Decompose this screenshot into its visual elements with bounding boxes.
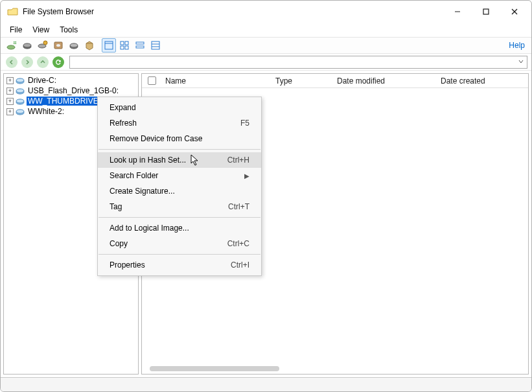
- body: + Drive-C: + USB_Flash_Drive_1GB-0: + WW…: [1, 71, 531, 375]
- svg-rect-19: [121, 41, 124, 45]
- svg-point-13: [56, 44, 60, 47]
- tree-expand-icon[interactable]: +: [6, 87, 14, 95]
- svg-rect-20: [125, 41, 128, 45]
- svg-point-4: [7, 45, 15, 49]
- tree-item-drive-c[interactable]: + Drive-C:: [4, 75, 138, 86]
- nav-back-button[interactable]: [5, 55, 19, 69]
- menu-tools[interactable]: Tools: [54, 24, 83, 36]
- svg-point-11: [43, 41, 47, 45]
- list-header: Name Type Date modified Date created: [142, 74, 528, 88]
- app-icon: [7, 6, 19, 17]
- column-header-name[interactable]: Name: [161, 76, 272, 86]
- toolbar-disk-gear-button[interactable]: [36, 38, 50, 52]
- tree-expand-icon[interactable]: +: [6, 98, 14, 105]
- ctx-separator: [98, 149, 260, 150]
- ctx-add-logical-image[interactable]: Add to Logical Image...: [98, 220, 261, 236]
- address-bar[interactable]: [69, 56, 527, 69]
- svg-rect-17: [105, 41, 113, 49]
- minimize-button[interactable]: [443, 2, 472, 21]
- toolbar-disk2-button[interactable]: [67, 38, 81, 52]
- menu-view[interactable]: View: [27, 24, 54, 36]
- toolbar-box-button[interactable]: [82, 38, 97, 52]
- tree-item-usb-flash[interactable]: + USB_Flash_Drive_1GB-0:: [4, 86, 138, 96]
- toolbar-view-large-button[interactable]: [102, 38, 116, 52]
- ctx-search-folder[interactable]: Search Folder▶: [98, 168, 261, 183]
- tree-item-label: USB_Flash_Drive_1GB-0:: [27, 86, 120, 95]
- column-header-date-modified[interactable]: Date modified: [333, 76, 437, 86]
- svg-rect-21: [121, 46, 124, 49]
- svg-rect-25: [152, 41, 159, 49]
- submenu-arrow-icon: ▶: [244, 172, 249, 179]
- nav-up-button[interactable]: [36, 55, 50, 69]
- svg-rect-23: [136, 42, 144, 44]
- ctx-separator: [98, 217, 260, 218]
- toolbar-add-device-button[interactable]: [5, 38, 19, 52]
- context-menu: Expand RefreshF5 Remove Device from Case…: [97, 97, 262, 276]
- toolbar-image-button[interactable]: [51, 38, 65, 52]
- maximize-button[interactable]: [472, 2, 500, 21]
- window-title: File System Browser: [23, 7, 94, 16]
- column-header-type[interactable]: Type: [272, 76, 333, 86]
- nav-forward-button[interactable]: [20, 55, 34, 69]
- svg-point-29: [16, 78, 24, 82]
- menubar: File View Tools: [1, 23, 531, 37]
- help-link[interactable]: Help: [506, 41, 527, 50]
- titlebar: File System Browser: [1, 1, 531, 23]
- ctx-expand[interactable]: Expand: [98, 100, 261, 115]
- ctx-refresh[interactable]: RefreshF5: [98, 115, 261, 131]
- tree-item-label: WW_THUMBDRIVE:: [27, 97, 102, 106]
- nav-row: [1, 54, 531, 71]
- svg-rect-22: [125, 46, 128, 49]
- svg-rect-24: [136, 46, 144, 48]
- select-all-checkbox[interactable]: [148, 76, 156, 85]
- toolbar-view-grid-button[interactable]: [117, 38, 132, 52]
- address-drop-icon[interactable]: [518, 58, 524, 67]
- drive-icon: [15, 106, 25, 117]
- svg-point-9: [23, 43, 31, 47]
- svg-point-15: [70, 43, 78, 47]
- app-window: File System Browser File View Tools Help: [0, 0, 532, 392]
- svg-point-33: [16, 99, 24, 103]
- tree-item-label: Drive-C:: [27, 76, 58, 85]
- close-button[interactable]: [500, 2, 529, 21]
- drive-icon: [15, 75, 25, 86]
- toolbar-view-list-button[interactable]: [133, 38, 147, 52]
- ctx-tag[interactable]: TagCtrl+T: [98, 199, 261, 214]
- ctx-separator: [98, 254, 260, 255]
- toolbar-disk-button[interactable]: [20, 38, 34, 52]
- toolbar-view-details-button[interactable]: [148, 38, 163, 52]
- menu-file[interactable]: File: [5, 24, 27, 36]
- tree-expand-icon[interactable]: +: [6, 108, 14, 115]
- ctx-lookup-hash[interactable]: Look up in Hash Set...Ctrl+H: [98, 152, 261, 168]
- drive-icon: [15, 86, 25, 96]
- tree-item-label: WWhite-2:: [27, 107, 65, 116]
- ctx-create-signature[interactable]: Create Signature...: [98, 183, 261, 199]
- statusbar: [1, 377, 531, 391]
- ctx-remove-device[interactable]: Remove Device from Case: [98, 131, 261, 146]
- nav-refresh-button[interactable]: [51, 55, 65, 69]
- ctx-properties[interactable]: PropertiesCtrl+I: [98, 257, 261, 273]
- svg-point-31: [16, 89, 24, 93]
- horizontal-scrollbar[interactable]: [150, 366, 279, 371]
- svg-rect-1: [483, 9, 489, 14]
- tree-expand-icon[interactable]: +: [6, 77, 14, 84]
- toolbar: Help: [1, 37, 531, 54]
- ctx-copy[interactable]: CopyCtrl+C: [98, 236, 261, 251]
- svg-point-35: [16, 110, 24, 113]
- column-header-date-created[interactable]: Date created: [437, 76, 528, 86]
- drive-icon: [15, 96, 25, 106]
